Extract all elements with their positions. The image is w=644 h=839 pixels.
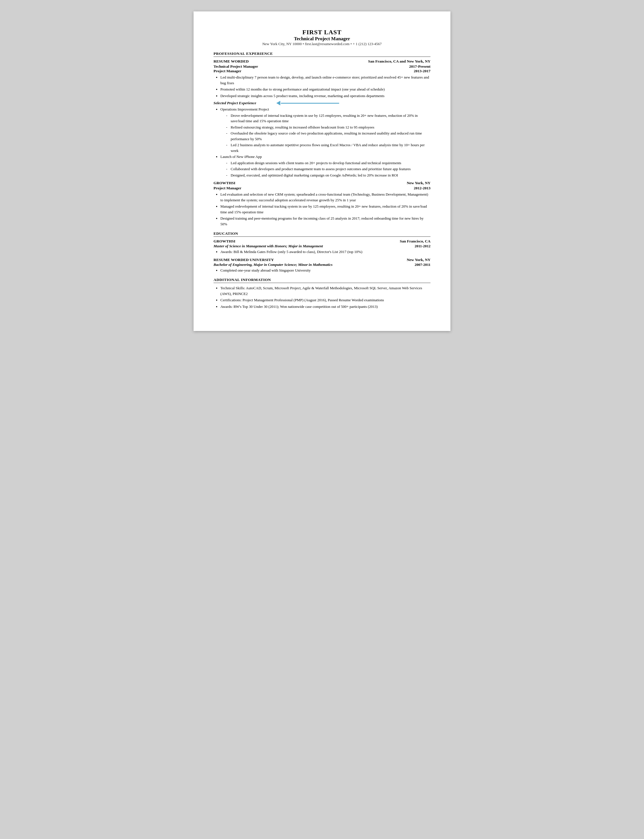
job-title-right-growthsi: 2012-2013	[414, 186, 431, 191]
bullet-item: Awards: RW's Top 30 Under 30 (2011); Won…	[220, 304, 430, 309]
project-iphone-bullets: Led application design sessions with cli…	[226, 160, 430, 178]
additional-info-title: ADDITIONAL INFORMATION	[214, 278, 430, 283]
job-bullets-growthsi: Led evaluation and selection of new CRM …	[220, 192, 430, 227]
company-location-resume-worded: San Francisco, CA and New York, NY	[368, 59, 430, 64]
edu-degree-growthsi: Master of Science in Management with Hon…	[214, 244, 323, 248]
edu-dates-growthsi: 2011-2012	[414, 244, 430, 249]
school-rw-university: RESUME WORDED UNIVERSITY New York, NY Ba…	[214, 258, 430, 273]
job-title-left-growthsi: Project Manager	[214, 186, 242, 191]
sub-bullet-item: Overhauled the obsolete legacy source co…	[226, 130, 430, 141]
header-contact: New York City, NY 10000 • first.last@res…	[214, 42, 430, 46]
professional-experience-section: PROFESSIONAL EXPERIENCE RESUME WORDED Sa…	[214, 51, 430, 227]
bullet-item: Managed redevelopment of internal tracki…	[220, 204, 430, 215]
edu-location-growthsi: San Francisco, CA	[400, 239, 430, 243]
additional-info-section: ADDITIONAL INFORMATION Technical Skills:…	[214, 278, 430, 309]
sub-bullet-item: Refined outsourcing strategy, resulting …	[226, 125, 430, 130]
resume-page: FIRST LAST Technical Project Manager New…	[194, 12, 450, 331]
sub-bullet-item: Collaborated with developers and product…	[226, 166, 430, 172]
bullet-item: Developed strategic insights across 5 pr…	[220, 93, 430, 99]
edu-location-rw: New York, NY	[407, 258, 430, 262]
edu-dates-rw: 2007-2011	[414, 262, 430, 268]
bullet-item: Designed training and peer-mentoring pro…	[220, 216, 430, 227]
company-name-resume-worded: RESUME WORDED	[214, 59, 249, 64]
job-titles-growthsi: Project Manager 2012-2013	[214, 186, 430, 191]
project-operations: Operations Improvement Project	[220, 107, 430, 112]
bullet-item: Led evaluation and selection of new CRM …	[220, 192, 430, 203]
title-line-1: Technical Project Manager	[214, 64, 258, 69]
job-header-growthsi: GROWTHSI New York, NY	[214, 181, 430, 185]
sub-bullet-item: Led application design sessions with cli…	[226, 160, 430, 166]
job-title-left-resume-worded: Technical Project Manager Project Manage…	[214, 64, 258, 73]
sub-bullet-item: Drove redevelopment of internal tracking…	[226, 113, 430, 124]
bullet-item: Led multi-disciplinary 7 person team to …	[220, 74, 430, 86]
job-bullets-resume-worded: Led multi-disciplinary 7 person team to …	[220, 74, 430, 99]
job-titles-resume-worded: Technical Project Manager Project Manage…	[214, 64, 430, 73]
header-name: FIRST LAST	[214, 28, 430, 36]
project-iphone: Launch of New iPhone App	[220, 154, 430, 160]
sub-bullet-item: Designed, executed, and optimized digita…	[226, 173, 430, 178]
title-line-2: Project Manager	[214, 69, 258, 73]
edu-header-growthsi: GROWTHSI San Francisco, CA	[214, 239, 430, 243]
resume-header: FIRST LAST Technical Project Manager New…	[214, 28, 430, 46]
selected-project-label: Selected Project Experience	[214, 101, 430, 105]
company-location-growthsi: New York, NY	[407, 181, 430, 185]
job-resume-worded: RESUME WORDED San Francisco, CA and New …	[214, 59, 430, 178]
job-header-resume-worded: RESUME WORDED San Francisco, CA and New …	[214, 59, 430, 64]
education-title: EDUCATION	[214, 231, 430, 237]
bullet-item: Promoted within 12 months due to strong …	[220, 87, 430, 92]
edu-degree-rw: Bachelor of Engineering, Major in Comput…	[214, 262, 333, 267]
date-line-1: 2017-Present	[409, 64, 430, 69]
header-title: Technical Project Manager	[214, 36, 430, 42]
bullet-item: Certifications: Project Management Profe…	[220, 297, 430, 303]
bullet-item: Awards: Bill & Melinda Gates Fellow (onl…	[220, 249, 430, 255]
bullet-item: Technical Skills: AutoCAD, Scrum, Micros…	[220, 285, 430, 296]
edu-name-rw: RESUME WORDED UNIVERSITY	[214, 258, 274, 262]
project-operations-bullets: Drove redevelopment of internal tracking…	[226, 113, 430, 154]
edu-name-growthsi: GROWTHSI	[214, 239, 235, 243]
edu-row-growthsi: Master of Science in Management with Hon…	[214, 244, 430, 249]
education-section: EDUCATION GROWTHSI San Francisco, CA Mas…	[214, 231, 430, 273]
company-name-growthsi: GROWTHSI	[214, 181, 235, 185]
edu-bullets-growthsi: Awards: Bill & Melinda Gates Fellow (onl…	[220, 249, 430, 255]
sub-bullet-item: Led 2 business analysts to automate repe…	[226, 142, 430, 153]
arrow-line	[281, 103, 339, 104]
additional-info-bullets: Technical Skills: AutoCAD, Scrum, Micros…	[220, 285, 430, 309]
edu-header-rw: RESUME WORDED UNIVERSITY New York, NY	[214, 258, 430, 262]
edu-row-rw: Bachelor of Engineering, Major in Comput…	[214, 262, 430, 268]
date-line-2: 2013-2017	[409, 69, 430, 73]
title-line-growthsi: Project Manager	[214, 186, 242, 191]
professional-experience-title: PROFESSIONAL EXPERIENCE	[214, 51, 430, 57]
edu-bullets-rw: Completed one-year study abroad with Sin…	[220, 268, 430, 273]
job-title-right-resume-worded: 2017-Present 2013-2017	[409, 64, 430, 73]
job-growthsi: GROWTHSI New York, NY Project Manager 20…	[214, 181, 430, 227]
project-name: Operations Improvement Project	[220, 107, 430, 112]
bullet-item: Completed one-year study abroad with Sin…	[220, 268, 430, 273]
arrow-head	[276, 101, 280, 105]
project-name: Launch of New iPhone App	[220, 154, 430, 160]
date-line-growthsi: 2012-2013	[414, 186, 431, 191]
school-growthsi: GROWTHSI San Francisco, CA Master of Sci…	[214, 239, 430, 255]
